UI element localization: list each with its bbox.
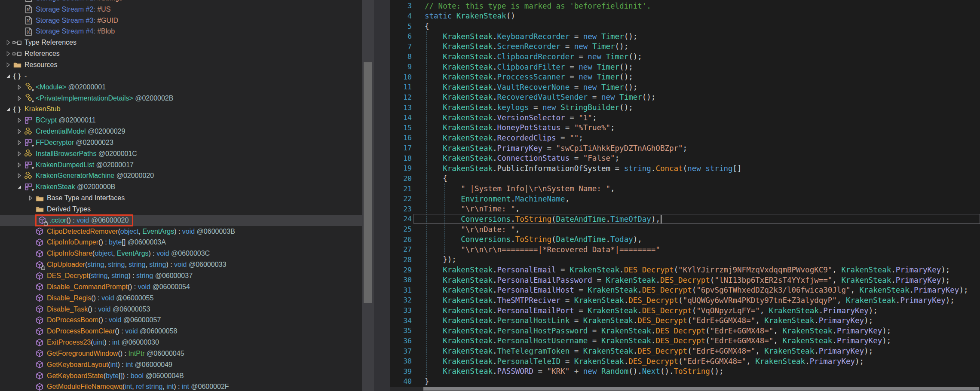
line-number[interactable]: 4 — [390, 12, 412, 20]
code-line[interactable]: 33 KrakenSteak.PersonalEmailPort = Krake… — [390, 305, 980, 316]
line-number[interactable]: 22 — [390, 195, 412, 203]
line-number[interactable]: 32 — [390, 296, 412, 304]
code-line[interactable]: 38 KrakenSteak.PersonalTeleID = KrakenSt… — [390, 356, 980, 367]
line-number[interactable]: 28 — [390, 256, 412, 264]
tree-row[interactable]: Disable_Regis() : void @06000055 — [0, 293, 362, 304]
code-line[interactable]: 19 KrakenSteak.PublicInformationOfSystem… — [390, 163, 980, 174]
tree-row[interactable]: ♥<Module> @02000001 — [0, 82, 362, 93]
tree-row[interactable]: 01Storage Stream #2: #US — [0, 4, 362, 15]
code-line[interactable]: 30 KrakenSteak.PersonalEmailPassword = K… — [390, 275, 980, 285]
code-line[interactable]: 23 "\r\nTime: ", — [390, 204, 980, 214]
line-number[interactable]: 19 — [390, 164, 412, 172]
line-number[interactable]: 23 — [390, 205, 412, 213]
tree-row[interactable]: Disable_CommandPrompt() : void @06000054 — [0, 281, 362, 293]
expander-icon[interactable] — [3, 73, 13, 79]
line-number[interactable]: 14 — [390, 113, 412, 122]
line-number[interactable]: 15 — [390, 124, 412, 132]
line-number[interactable]: 31 — [390, 286, 412, 294]
expander-icon[interactable] — [3, 40, 13, 46]
line-number[interactable]: 27 — [390, 245, 412, 254]
code-line[interactable]: 34 KrakenSteak.PersonalHostLink = Kraken… — [390, 315, 980, 326]
tree-row[interactable]: Disable_Task() : void @06000053 — [0, 304, 362, 315]
tree-scrollbar-thumb[interactable] — [364, 62, 372, 303]
pane-splitter[interactable] — [374, 0, 390, 391]
line-number[interactable]: 13 — [390, 104, 412, 112]
expander-icon[interactable] — [15, 184, 24, 190]
tree-row[interactable]: ExitProcess23(uint) : int @06000030 — [0, 337, 362, 348]
code-line[interactable]: 31 KrakenSteak.PersonalEmailHost = Krake… — [390, 285, 980, 296]
code-line[interactable]: 14 KrakenSteak.VersionSelector = "1"; — [390, 113, 980, 123]
tree-row[interactable]: BCrypt @02000011 — [0, 115, 362, 126]
code-line[interactable]: 32 KrakenSteak.TheSMTPReciver = KrakenSt… — [390, 295, 980, 305]
tree-row[interactable]: 01Storage Stream #4: #Blob — [0, 26, 362, 37]
line-number[interactable]: 9 — [390, 63, 412, 71]
tree-vertical-scrollbar[interactable] — [362, 0, 374, 391]
code-line[interactable]: 4static KrakenSteak() — [390, 11, 980, 21]
tree-row[interactable]: { }- — [0, 70, 362, 82]
expander-icon[interactable] — [3, 106, 13, 112]
code-line[interactable]: 3// Note: this type is marked as 'before… — [390, 1, 980, 11]
line-number[interactable]: 39 — [390, 367, 412, 376]
line-number[interactable]: 3 — [390, 2, 412, 10]
code-line[interactable]: 13 KrakenSteak.keylogs = new StringBuild… — [390, 102, 980, 113]
line-number[interactable]: 8 — [390, 52, 412, 61]
expander-icon[interactable] — [15, 117, 24, 123]
line-number[interactable]: 38 — [390, 357, 412, 365]
line-number[interactable]: 10 — [390, 73, 412, 81]
line-number[interactable]: 29 — [390, 266, 412, 274]
code-line[interactable]: 39 KrakenSteak.PASSWORD = "KRK" + new Ra… — [390, 367, 980, 377]
tree-row[interactable]: 01Storage Stream #1: #Strings — [0, 0, 362, 4]
code-line[interactable]: 27 "\r\n\r\n========|*Recovered Data*|==… — [390, 244, 980, 255]
line-number[interactable]: 34 — [390, 317, 412, 325]
line-number[interactable]: 24 — [390, 215, 412, 223]
line-number[interactable]: 6 — [390, 32, 412, 40]
tree-row[interactable]: DoProcessBoom() : void @06000057 — [0, 315, 362, 326]
code-line[interactable]: 18 KrakenSteak.ConnectionStatus = "False… — [390, 153, 980, 163]
tree-row[interactable]: 01Storage Stream #3: #GUID — [0, 15, 362, 26]
code-line[interactable]: 11 KrakenSteak.VaultRecoverNone = new Ti… — [390, 82, 980, 92]
line-number[interactable]: 36 — [390, 337, 412, 345]
expander-icon[interactable] — [15, 173, 24, 179]
code-horizontal-scrollbar[interactable] — [390, 387, 980, 391]
code-line[interactable]: 12 KrakenSteak.RecoveredVaultSender = ne… — [390, 92, 980, 103]
code-line[interactable]: 9 KrakenSteak.ClipboardFilter = new Time… — [390, 62, 980, 72]
code-line[interactable]: 28 }); — [390, 255, 980, 265]
line-number[interactable]: 33 — [390, 306, 412, 315]
tree-row[interactable]: ClipoDetectedRemover(object, EventArgs) … — [0, 226, 362, 237]
code-line[interactable]: 35 KrakenSteak.PersonalHostPassword = Kr… — [390, 326, 980, 336]
code-line[interactable]: 21 " |System Info|\r\nSystem Name: ", — [390, 183, 980, 194]
code-line[interactable]: 20 { — [390, 174, 980, 184]
tree-row[interactable]: ♥KrakenDumpedList @02000017 — [0, 159, 362, 171]
tree-row[interactable]: Base Type and Interfaces — [0, 192, 362, 204]
line-number[interactable]: 11 — [390, 83, 412, 91]
tree-row[interactable]: ClipoInfoShare(object, EventArgs) : void… — [0, 248, 362, 259]
tree-row[interactable]: DoProcessBoomClear() : void @06000058 — [0, 326, 362, 337]
code-line[interactable]: 8 KrakenSteak.ClipboardRecorder = new Ti… — [390, 52, 980, 62]
expander-icon[interactable] — [15, 151, 24, 157]
tree-row[interactable]: GetForegroundWindow() : IntPtr @06000045 — [0, 348, 362, 359]
line-number[interactable]: 35 — [390, 327, 412, 335]
line-number[interactable]: 25 — [390, 225, 412, 233]
expander-icon[interactable] — [26, 195, 35, 201]
code-line[interactable]: 6 KrakenSteak.KeyboardRecorder = new Tim… — [390, 31, 980, 42]
tree-row[interactable]: Derived Types — [0, 204, 362, 215]
expander-icon[interactable] — [15, 84, 24, 90]
code-hscrollbar-thumb[interactable] — [423, 387, 979, 391]
code-line[interactable]: 15 KrakenSteak.HoneyPotStatus = "%True%"… — [390, 123, 980, 133]
line-number[interactable]: 21 — [390, 185, 412, 193]
tree-row[interactable]: ♥FFDecryptor @02000023 — [0, 137, 362, 148]
assembly-explorer-pane[interactable]: 01Storage Stream #1: #Strings01Storage S… — [0, 0, 362, 391]
line-number[interactable]: 30 — [390, 276, 412, 284]
code-line[interactable]: 22 Environment.MachineName, — [390, 194, 980, 204]
code-line[interactable]: 5{ — [390, 21, 980, 31]
code-line[interactable]: 10 KrakenSteak.ProccessScanner = new Tim… — [390, 72, 980, 82]
line-number[interactable]: 5 — [390, 22, 412, 31]
code-line[interactable]: 40} — [390, 376, 980, 387]
expander-icon[interactable] — [15, 162, 24, 168]
line-number[interactable]: 12 — [390, 93, 412, 101]
line-number[interactable]: 16 — [390, 134, 412, 142]
code-line[interactable]: 7 KrakenSteak.ScreenRecorder = new Timer… — [390, 42, 980, 52]
tree-row[interactable]: References — [0, 48, 362, 59]
expander-icon[interactable] — [3, 62, 13, 68]
line-number[interactable]: 26 — [390, 235, 412, 244]
